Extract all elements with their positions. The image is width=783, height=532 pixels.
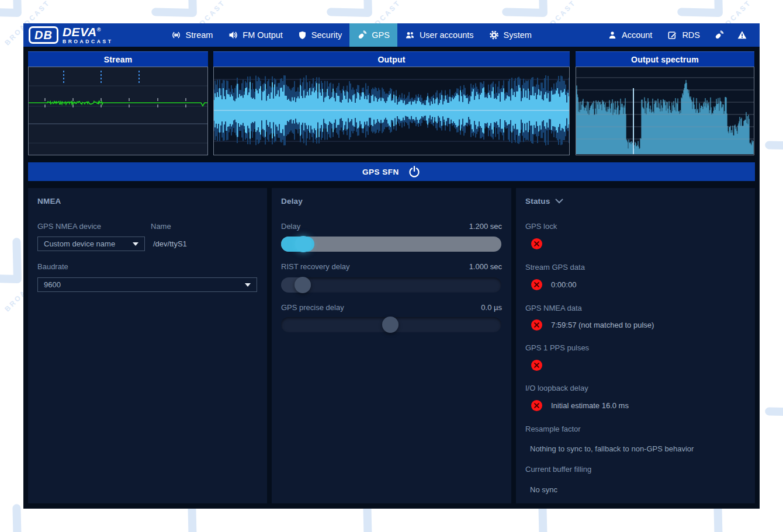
gps-precise-delay-label: GPS precise delay: [281, 303, 344, 312]
nav-tab-label: GPS: [372, 30, 390, 40]
deva-logo: DB DEVA® BROADCAST: [29, 26, 113, 44]
nav-tab-label: System: [504, 30, 532, 40]
nav-tab-fm-output[interactable]: FM Output: [220, 23, 290, 47]
gps-precise-delay-value: 0.0 µs: [481, 303, 502, 312]
gps-nmea-device-select[interactable]: Custom device name: [37, 237, 145, 251]
output-spectrum-panel: Output spectrum: [576, 51, 754, 155]
gear-icon: [489, 30, 499, 40]
nav-tab-label: Security: [311, 30, 342, 40]
nav-tab-label: User accounts: [420, 30, 474, 40]
panel-title-output: Output: [213, 51, 570, 67]
error-indicator-icon: [531, 360, 542, 371]
nav-account-label: Account: [622, 30, 652, 40]
gps-sfn-bar: GPS SFN: [28, 162, 755, 181]
gps-precise-delay-slider[interactable]: [281, 317, 501, 332]
current-buffer-filling-value: No sync: [530, 485, 557, 494]
chevron-down-icon: [555, 199, 563, 204]
error-indicator-icon: [531, 319, 542, 331]
gps-nmea-data-value: 7:59:57 (not matched to pulse): [551, 321, 654, 329]
error-indicator-icon: [531, 400, 542, 411]
rist-recovery-delay-slider[interactable]: [281, 277, 501, 293]
chevron-down-icon: [245, 283, 251, 287]
gps-nmea-data-label: GPS NMEA data: [525, 304, 582, 312]
nav-tab-security[interactable]: Security: [290, 23, 349, 47]
panel-title-spectrum: Output spectrum: [576, 51, 754, 67]
logo-subtitle: BROADCAST: [63, 39, 113, 44]
db-logo-mark: DB: [29, 26, 58, 44]
nav-main-tabs: Stream FM Output Security GPS: [164, 23, 539, 47]
resample-factor-value: Nothing to sync to, fallback to non-GPS …: [530, 444, 694, 453]
nav-rds-label: RDS: [682, 30, 700, 40]
delay-section-title: Delay: [281, 197, 303, 206]
io-loopback-delay-label: I/O loopback delay: [525, 384, 588, 392]
power-icon: [408, 165, 421, 178]
users-icon: [405, 30, 415, 40]
gps-sfn-label: GPS SFN: [362, 168, 399, 176]
rist-recovery-delay-value: 1.000 sec: [469, 262, 502, 271]
delay-section: Delay Delay 1.200 sec RIST recovery dela…: [272, 188, 511, 503]
delay-slider[interactable]: [281, 237, 501, 252]
speaker-icon: [228, 30, 238, 40]
error-indicator-icon: [531, 279, 542, 290]
baudrate-select[interactable]: 9600: [37, 277, 257, 292]
delay-slider-label: Delay: [281, 222, 300, 231]
nav-rds[interactable]: RDS: [660, 23, 708, 47]
device-name-value: /dev/ttyS1: [153, 239, 187, 248]
shield-icon: [298, 30, 307, 40]
stream-panel: Stream: [28, 51, 208, 155]
gps-nmea-device-label: GPS NMEA device: [37, 222, 101, 231]
alerts-button[interactable]: [730, 23, 754, 47]
top-navigation: DB DEVA® BROADCAST Stream FM Output: [23, 23, 760, 47]
error-indicator-icon: [531, 238, 542, 249]
collapse-toggle[interactable]: [555, 199, 563, 204]
gps-status-button[interactable]: [708, 23, 730, 47]
panel-title-stream: Stream: [28, 51, 208, 67]
slider-thumb[interactable]: [295, 277, 311, 293]
baudrate-label: Baudrate: [37, 262, 68, 271]
delay-slider-value: 1.200 sec: [469, 222, 502, 231]
output-panel: Output: [213, 51, 570, 155]
name-label: Name: [151, 222, 171, 231]
nav-tab-label: FM Output: [242, 30, 283, 40]
power-toggle-button[interactable]: [408, 165, 421, 178]
satellite-icon: [714, 30, 724, 40]
baudrate-value: 9600: [44, 280, 61, 289]
edit-icon: [667, 30, 677, 40]
status-title-text: Status: [525, 197, 550, 206]
nav-right-group: Account RDS: [600, 23, 760, 47]
stream-gps-data-value: 0:00:00: [551, 280, 576, 289]
satellite-icon: [357, 30, 367, 40]
nmea-section-title: NMEA: [37, 197, 61, 206]
nav-tab-system[interactable]: System: [481, 23, 539, 47]
nav-tab-user-accounts[interactable]: User accounts: [397, 23, 481, 47]
current-buffer-filling-label: Current buffer filling: [525, 465, 591, 474]
resample-factor-label: Resample factor: [525, 425, 581, 433]
nmea-section: NMEA GPS NMEA device Name Custom device …: [28, 188, 267, 503]
output-waveform-chart: [213, 67, 570, 155]
logo-brand: DEVA®: [63, 26, 113, 38]
broadcast-icon: [171, 30, 181, 40]
alert-icon: [737, 30, 747, 40]
output-spectrum-chart: [576, 67, 754, 155]
status-section: Status GPS lock Stream GPS data 0:00:00 …: [516, 188, 755, 503]
stream-level-chart: [28, 67, 208, 155]
nav-tab-gps[interactable]: GPS: [349, 23, 397, 47]
io-loopback-delay-value: Initial estimate 16.0 ms: [551, 401, 629, 410]
app-window: DB DEVA® BROADCAST Stream FM Output: [23, 23, 760, 509]
gps-lock-label: GPS lock: [525, 222, 557, 231]
nav-tab-stream[interactable]: Stream: [164, 23, 221, 47]
slider-thumb[interactable]: [382, 317, 399, 333]
rist-recovery-delay-label: RIST recovery delay: [281, 262, 350, 271]
status-section-title: Status: [525, 197, 563, 206]
gps-nmea-device-value: Custom device name: [44, 239, 115, 248]
stream-gps-data-label: Stream GPS data: [525, 263, 585, 272]
nav-account[interactable]: Account: [600, 23, 660, 47]
nav-tab-label: Stream: [186, 30, 213, 40]
person-icon: [608, 30, 617, 40]
chevron-down-icon: [133, 242, 138, 246]
gps-1pps-label: GPS 1 PPS pulses: [525, 343, 589, 352]
